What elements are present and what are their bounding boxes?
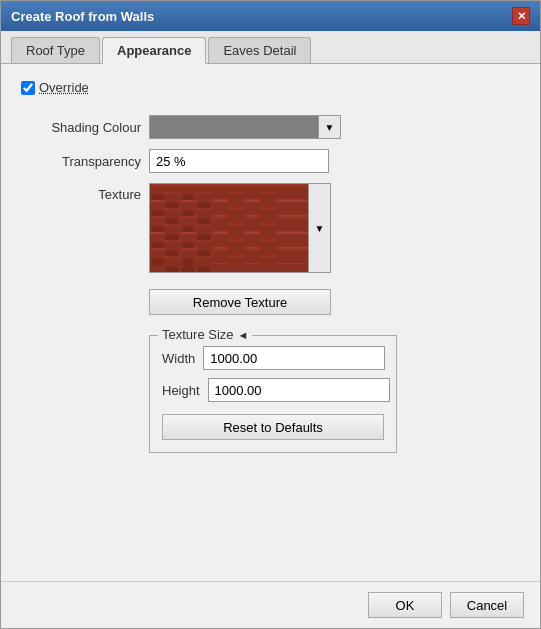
ok-button[interactable]: OK	[368, 592, 442, 618]
texture-preview[interactable]	[149, 183, 309, 273]
texture-size-group: Texture Size ◄ Width Height Reset to Def…	[149, 335, 397, 453]
shading-label: Shading Colour	[31, 120, 141, 135]
form-section: Shading Colour ▼ Transparency Texture	[31, 115, 520, 453]
texture-size-legend: Texture Size ◄	[158, 327, 252, 342]
override-checkbox[interactable]	[21, 81, 35, 95]
tab-appearance[interactable]: Appearance	[102, 37, 206, 64]
width-input[interactable]	[203, 346, 385, 370]
override-label: Override	[39, 80, 89, 95]
close-button[interactable]: ✕	[512, 7, 530, 25]
transparency-label: Transparency	[31, 154, 141, 169]
tile-svg	[150, 184, 308, 272]
svg-point-64	[181, 258, 195, 266]
content-area: Override Shading Colour ▼ Transparency T…	[1, 64, 540, 581]
dialog-title: Create Roof from Walls	[11, 9, 154, 24]
cancel-button[interactable]: Cancel	[450, 592, 524, 618]
height-input[interactable]	[208, 378, 390, 402]
height-label: Height	[162, 383, 200, 398]
tabs-bar: Roof Type Appearance Eaves Detail	[1, 31, 540, 64]
shading-dropdown-button[interactable]: ▼	[319, 115, 341, 139]
svg-point-24	[151, 258, 165, 266]
svg-rect-130	[276, 250, 308, 263]
texture-label: Texture	[31, 183, 141, 202]
tab-eaves-detail[interactable]: Eaves Detail	[208, 37, 311, 63]
transparency-row: Transparency	[31, 149, 520, 173]
create-roof-dialog: Create Roof from Walls ✕ Roof Type Appea…	[0, 0, 541, 629]
override-row: Override	[21, 80, 520, 95]
shading-row: Shading Colour ▼	[31, 115, 520, 139]
shading-control: ▼	[149, 115, 341, 139]
svg-rect-124	[276, 202, 308, 215]
reset-defaults-button[interactable]: Reset to Defaults	[162, 414, 384, 440]
svg-rect-128	[276, 234, 308, 247]
width-row: Width	[162, 346, 384, 370]
transparency-input[interactable]	[149, 149, 329, 173]
texture-dropdown-button[interactable]: ▼	[309, 183, 331, 273]
svg-rect-122	[276, 186, 308, 199]
shading-color-box[interactable]	[149, 115, 319, 139]
svg-rect-126	[276, 218, 308, 231]
dialog-footer: OK Cancel	[1, 581, 540, 628]
width-label: Width	[162, 351, 195, 366]
height-row: Height	[162, 378, 384, 402]
remove-texture-button[interactable]: Remove Texture	[149, 289, 331, 315]
title-bar: Create Roof from Walls ✕	[1, 1, 540, 31]
legend-arrow-icon: ◄	[238, 329, 249, 341]
tab-roof-type[interactable]: Roof Type	[11, 37, 100, 63]
texture-row: Texture	[31, 183, 520, 273]
texture-control: ▼	[149, 183, 331, 273]
